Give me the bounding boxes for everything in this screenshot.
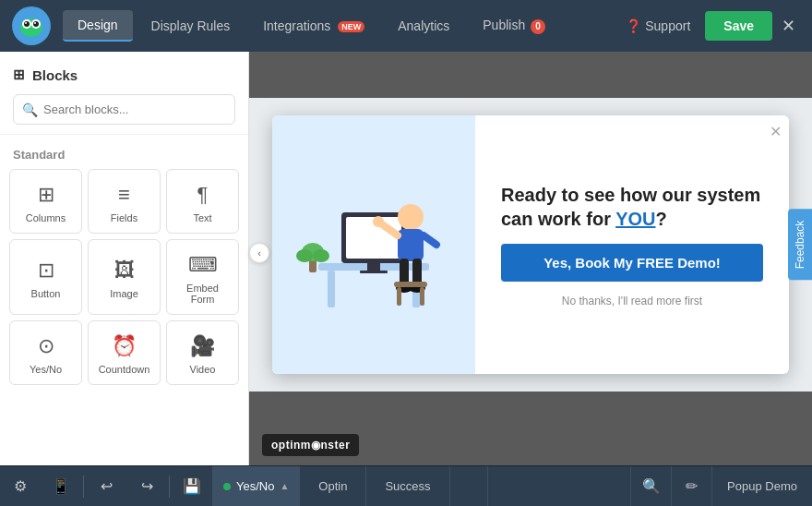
blocks-sidebar: ⊞ Blocks 🔍 Standard ⊞ Columns ≡ Fields ¶… — [0, 52, 249, 465]
search-icon-bottom: 🔍 — [642, 477, 661, 495]
yes-no-tab[interactable]: Yes/No ▲ — [212, 466, 300, 507]
block-yes-no-label: Yes/No — [30, 364, 62, 375]
canvas-top-bar — [249, 52, 812, 98]
canvas-bottom-bar: optinm◉nster — [249, 392, 812, 465]
popup-content-area: Ready to see how our system can work for… — [475, 115, 789, 374]
popup-name: Popup Demo — [711, 466, 812, 507]
active-dot — [223, 483, 231, 490]
yes-no-label: Yes/No — [236, 479, 274, 493]
block-countdown-label: Countdown — [99, 364, 150, 375]
canvas-area: ✕ — [249, 52, 812, 465]
countdown-icon: ⏰ — [112, 334, 137, 358]
save-icon: 💾 — [183, 477, 201, 495]
block-image[interactable]: 🖼 Image — [88, 239, 161, 315]
svg-rect-14 — [360, 271, 388, 273]
bottom-bar: ⚙ 📱 ↩ ↪ 💾 Yes/No ▲ Optin Success 🔍 ✏ Pop… — [0, 465, 812, 506]
columns-icon: ⊞ — [38, 183, 54, 207]
search-icon: 🔍 — [22, 102, 38, 117]
popup-cta-button[interactable]: Yes, Book My FREE Demo! — [501, 244, 763, 282]
text-icon: ¶ — [197, 183, 209, 207]
block-embed-form-label: Embed Form — [174, 283, 231, 305]
svg-point-22 — [373, 216, 384, 227]
chevron-up-icon: ▲ — [280, 481, 289, 491]
svg-point-4 — [24, 21, 30, 27]
block-fields[interactable]: ≡ Fields — [88, 169, 161, 234]
main-layout: ⊞ Blocks 🔍 Standard ⊞ Columns ≡ Fields ¶… — [0, 52, 812, 465]
settings-icon-btn[interactable]: ⚙ — [0, 466, 41, 507]
app-logo — [11, 6, 52, 46]
tab-empty-1[interactable] — [450, 466, 488, 507]
block-button[interactable]: ⊡ Button — [9, 239, 82, 315]
block-fields-label: Fields — [111, 212, 137, 223]
svg-point-6 — [25, 22, 27, 24]
svg-rect-30 — [420, 287, 424, 306]
divider-2 — [169, 476, 170, 498]
block-text[interactable]: ¶ Text — [166, 169, 239, 234]
block-image-label: Image — [110, 288, 138, 299]
block-text-label: Text — [193, 212, 211, 223]
tab-optin[interactable]: Optin — [300, 466, 366, 507]
block-countdown[interactable]: ⏰ Countdown — [88, 320, 161, 385]
redo-icon: ↪ — [141, 477, 153, 495]
save-icon-btn[interactable]: 💾 — [172, 466, 212, 507]
tab-display-rules[interactable]: Display Rules — [137, 11, 245, 41]
tab-publish[interactable]: Publish 0 — [468, 10, 560, 42]
popup-close-icon[interactable]: ✕ — [770, 123, 782, 140]
edit-action-btn[interactable]: ✏ — [671, 466, 711, 507]
blocks-icon: ⊞ — [13, 66, 25, 83]
popup-illustration — [272, 115, 475, 374]
fields-icon: ≡ — [118, 183, 130, 207]
svg-point-19 — [398, 204, 424, 230]
popup-preview: ✕ — [272, 115, 789, 374]
block-columns[interactable]: ⊞ Columns — [9, 169, 82, 234]
tab-analytics[interactable]: Analytics — [383, 11, 464, 41]
blocks-grid: ⊞ Columns ≡ Fields ¶ Text ⊡ Button 🖼 Ima… — [0, 169, 248, 394]
search-input[interactable] — [13, 94, 235, 125]
svg-point-5 — [33, 21, 39, 27]
mobile-icon: 📱 — [52, 477, 70, 495]
feedback-tab[interactable]: Feedback — [788, 210, 812, 281]
block-button-label: Button — [31, 288, 61, 299]
mobile-icon-btn[interactable]: 📱 — [41, 466, 81, 507]
svg-line-23 — [424, 235, 436, 245]
question-icon: ❓ — [626, 18, 641, 33]
undo-icon: ↩ — [101, 477, 113, 495]
close-button[interactable]: ✕ — [776, 10, 801, 42]
svg-rect-29 — [397, 287, 401, 306]
svg-point-7 — [34, 22, 36, 24]
undo-icon-btn[interactable]: ↩ — [86, 466, 126, 507]
popup-illustration-area — [272, 115, 475, 374]
block-embed-form[interactable]: ⌨ Embed Form — [166, 239, 239, 315]
new-badge: NEW — [338, 21, 364, 32]
sidebar-collapse-arrow[interactable]: ‹ — [249, 243, 269, 263]
section-standard: Standard — [0, 135, 248, 169]
embed-form-icon: ⌨ — [188, 253, 218, 277]
image-icon: 🖼 — [114, 259, 135, 283]
block-video[interactable]: 🎥 Video — [166, 320, 239, 385]
button-icon: ⊡ — [38, 259, 54, 283]
video-icon: 🎥 — [190, 334, 215, 358]
save-button[interactable]: Save — [705, 11, 772, 41]
optinmonster-logo: optinm◉nster — [262, 434, 359, 456]
search-action-btn[interactable]: 🔍 — [630, 466, 671, 507]
canvas-content: ✕ — [249, 98, 812, 392]
block-yes-no[interactable]: ⊙ Yes/No — [9, 320, 82, 385]
sidebar-header: ⊞ Blocks 🔍 — [0, 52, 248, 135]
settings-icon: ⚙ — [14, 477, 27, 495]
block-columns-label: Columns — [26, 212, 66, 223]
search-wrapper: 🔍 — [13, 94, 235, 125]
blocks-title: ⊞ Blocks — [13, 66, 235, 83]
popup-heading-highlight: YOU — [615, 209, 655, 229]
divider-1 — [83, 476, 84, 498]
publish-badge: 0 — [531, 19, 545, 34]
tab-success[interactable]: Success — [366, 466, 449, 507]
redo-icon-btn[interactable]: ↪ — [126, 466, 167, 507]
svg-point-18 — [313, 249, 329, 262]
tab-integrations[interactable]: Integrations NEW — [248, 11, 379, 41]
popup-heading: Ready to see how our system can work for… — [501, 183, 763, 231]
support-button[interactable]: ❓ Support — [615, 13, 701, 39]
svg-point-17 — [296, 249, 313, 262]
svg-rect-9 — [328, 271, 335, 307]
tab-design[interactable]: Design — [63, 10, 133, 42]
popup-decline-link[interactable]: No thanks, I'll read more first — [501, 295, 763, 307]
